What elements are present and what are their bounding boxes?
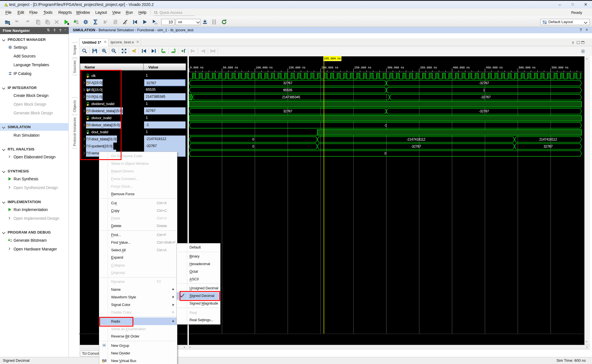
svg-text:01: 01 — [76, 20, 78, 22]
svg-text:-2147418112: -2147418112 — [407, 137, 425, 141]
svg-text:150.000 ns: 150.000 ns — [289, 66, 306, 69]
svg-text:-32767: -32767 — [411, 145, 421, 148]
svg-text:250.000 ns: 250.000 ns — [354, 66, 371, 69]
svg-text:-32767: -32767 — [479, 109, 489, 113]
svg-text:300.000 ns: 300.000 ns — [387, 66, 404, 69]
svg-text:100.000 ns: 100.000 ns — [256, 66, 273, 69]
svg-text:1: 1 — [483, 88, 485, 92]
svg-text:10: 10 — [10, 241, 12, 242]
svg-text:-32767: -32767 — [481, 95, 491, 99]
svg-text:32767: 32767 — [283, 109, 292, 113]
svg-text:32767: 32767 — [283, 81, 292, 85]
svg-text:-1: -1 — [384, 123, 387, 127]
svg-text:65535: 65535 — [283, 88, 292, 92]
svg-text:2147418112: 2147418112 — [539, 137, 557, 141]
svg-text:400.000 ns: 400.000 ns — [453, 66, 470, 69]
svg-text:(T): (T) — [154, 22, 158, 25]
svg-text:450.000 ns: 450.000 ns — [486, 66, 503, 69]
svg-text:50.000 ns: 50.000 ns — [223, 66, 238, 69]
svg-text:0: 0 — [252, 145, 254, 148]
svg-text:0: 0 — [252, 137, 254, 141]
svg-text:550.000 ns: 550.000 ns — [551, 66, 568, 69]
svg-text:2147385345: 2147385345 — [282, 95, 300, 99]
svg-text:-32767: -32767 — [479, 81, 489, 85]
svg-text:0: 0 — [385, 152, 386, 156]
svg-text:350.000 ns: 350.000 ns — [420, 66, 437, 69]
svg-text:500.000 ns: 500.000 ns — [519, 66, 536, 69]
svg-text:10: 10 — [76, 22, 78, 25]
svg-text:0.000 ns: 0.000 ns — [190, 66, 204, 69]
svg-text:32767: 32767 — [544, 145, 553, 148]
